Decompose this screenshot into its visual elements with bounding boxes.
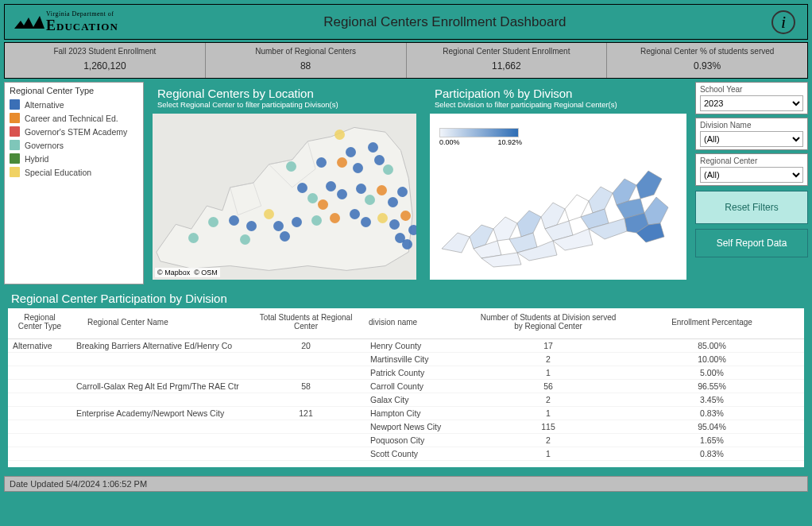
map-dot[interactable] — [397, 187, 408, 197]
table-row[interactable]: Newport News City11595.04% — [8, 420, 804, 434]
map-dot[interactable] — [402, 239, 412, 249]
legend-item[interactable]: Special Education — [10, 165, 138, 179]
legend-label: Special Education — [25, 168, 91, 177]
map-dot[interactable] — [246, 221, 257, 231]
map-dot[interactable] — [350, 209, 360, 219]
map-dot[interactable] — [286, 161, 296, 172]
stat-value: 0.93% — [607, 60, 807, 72]
table-row[interactable]: Carroll-Galax Reg Alt Ed Prgm/The RAE Ct… — [8, 380, 804, 393]
table-row[interactable]: Enterprise Academy/Newport News City121H… — [8, 407, 804, 420]
division-select[interactable]: (All) — [700, 131, 803, 147]
map-dot[interactable] — [273, 221, 284, 231]
table-row[interactable]: Martinsville City210.00% — [8, 353, 804, 366]
map-dot[interactable] — [356, 184, 366, 194]
map-dot[interactable] — [334, 130, 345, 140]
legend-swatch — [10, 167, 20, 177]
legend-item[interactable]: Hybrid — [10, 152, 138, 165]
map-dot[interactable] — [389, 219, 400, 230]
map-dot[interactable] — [353, 163, 363, 173]
logo-small-text: Virginia Department of — [46, 10, 118, 17]
filter-division: Division Name (All) — [695, 118, 808, 150]
map-dot[interactable] — [383, 164, 393, 175]
school-year-select[interactable]: 2023 — [700, 95, 803, 111]
map-dot[interactable] — [240, 234, 250, 245]
map-dot[interactable] — [280, 231, 290, 242]
filter-label: Regional Center — [700, 157, 803, 165]
stats-bar: Fall 2023 Student Enrollment 1,260,120 N… — [4, 42, 808, 79]
map-dot[interactable] — [377, 185, 387, 195]
map-dot[interactable] — [400, 211, 411, 221]
map-dot[interactable] — [330, 213, 340, 223]
grad-max: 10.92% — [497, 138, 522, 146]
th-division: division name — [365, 308, 477, 339]
stat-value: 1,260,120 — [5, 60, 205, 72]
legend-label: Alternative — [25, 100, 64, 110]
legend-label: Career and Technical Ed. — [25, 114, 118, 123]
map-dot[interactable] — [361, 217, 371, 227]
map-dot[interactable] — [311, 215, 322, 226]
legend-item[interactable]: Career and Technical Ed. — [10, 111, 138, 125]
map-dot[interactable] — [326, 181, 336, 191]
map-dot[interactable] — [377, 213, 388, 223]
map-dot[interactable] — [337, 157, 347, 168]
map-dot[interactable] — [365, 195, 375, 205]
center-select[interactable]: (All) — [700, 167, 803, 183]
map-dot[interactable] — [408, 225, 416, 235]
reset-filters-button[interactable]: Reset Filters — [695, 191, 808, 224]
map-bg — [153, 114, 416, 280]
table-row[interactable]: AlternativeBreaking Barriers Alternative… — [8, 339, 804, 353]
stat-value: 11,662 — [407, 60, 607, 72]
map-dot[interactable] — [297, 183, 307, 193]
self-report-button[interactable]: Self Report Data — [695, 229, 808, 257]
map-dot[interactable] — [337, 189, 347, 199]
th-pct: Enrollment Percentage — [620, 308, 804, 339]
table-row[interactable]: Scott County10.83% — [8, 447, 804, 461]
gradient-legend: 0.00%10.92% — [439, 128, 522, 146]
part-subtitle: Select Division to filter participating … — [435, 100, 682, 109]
table-row[interactable]: Galax City23.45% — [8, 393, 804, 407]
stat-label: Number of Regional Centers — [206, 44, 406, 60]
filter-center: Regional Center (All) — [695, 153, 808, 186]
logo-big-text: Education — [46, 17, 118, 34]
table-row[interactable]: Patrick County15.00% — [8, 366, 804, 380]
map-dot[interactable] — [318, 199, 328, 210]
page-title: Regional Centers Enrollment Dashboard — [118, 14, 771, 30]
map-dot[interactable] — [188, 233, 199, 243]
filter-label: Division Name — [700, 121, 803, 130]
map-area[interactable]: © Mapbox © OSM — [153, 114, 416, 280]
stat-centers: Number of Regional Centers 88 — [206, 43, 407, 78]
table-section: Regional Center Participation by Divisio… — [4, 288, 808, 474]
map-dot[interactable] — [316, 157, 327, 168]
legend-item[interactable]: Governors — [10, 138, 138, 152]
table-row[interactable]: Poquoson City21.65% — [8, 434, 804, 447]
legend-label: Governors — [25, 141, 64, 150]
legend-item[interactable]: Governor's STEM Academy — [10, 125, 138, 138]
map-dot[interactable] — [264, 209, 274, 219]
map-dot[interactable] — [346, 147, 356, 157]
map-dot[interactable] — [229, 215, 239, 226]
map-subtitle: Select Regional Center to filter partici… — [157, 100, 412, 109]
grad-min: 0.00% — [439, 138, 460, 146]
info-icon[interactable]: i — [771, 10, 795, 34]
map-dot[interactable] — [388, 197, 398, 207]
legend-swatch — [10, 140, 20, 150]
attrib-mapbox[interactable]: © Mapbox — [157, 269, 190, 277]
map-panel: Regional Centers by Location Select Regi… — [148, 82, 421, 284]
legend-swatch — [10, 153, 20, 164]
map-dot[interactable] — [368, 142, 378, 153]
stat-label: Regional Center % of students served — [607, 44, 807, 60]
map-dot[interactable] — [292, 217, 302, 227]
part-map-area[interactable]: 0.00%10.92% — [430, 114, 686, 280]
va-choropleth[interactable] — [438, 153, 676, 273]
map-dot[interactable] — [307, 193, 318, 203]
attrib-osm[interactable]: © OSM — [194, 269, 218, 277]
logo-icon — [13, 11, 46, 33]
map-title: Regional Centers by Location — [157, 87, 412, 100]
map-dot[interactable] — [208, 217, 218, 227]
map-dot[interactable] — [374, 155, 385, 165]
th-name: Regional Center Name — [72, 308, 246, 339]
stat-label: Fall 2023 Student Enrollment — [5, 44, 205, 60]
legend-item[interactable]: Alternative — [10, 98, 138, 111]
legend-swatch — [10, 126, 20, 137]
th-total: Total Students at Regional Center — [246, 308, 365, 339]
